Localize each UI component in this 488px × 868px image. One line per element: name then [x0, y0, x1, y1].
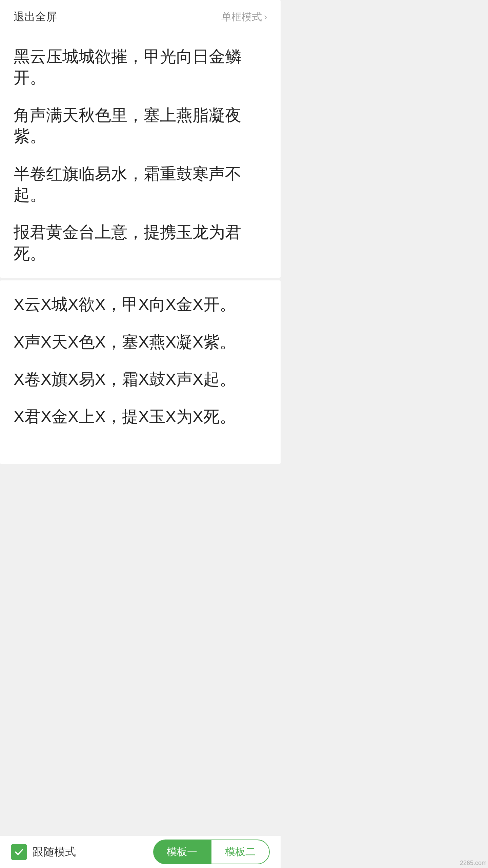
poem-line-1: 黑云压城城欲摧，甲光向日金鳞开。 [14, 46, 267, 88]
bottom-card: X云X城X欲X，甲X向X金X开。 X声X天X色X，塞X燕X凝X紫。 X卷X旗X易… [0, 280, 281, 464]
masked-line-3: X卷X旗X易X，霜X鼓X声X起。 [14, 369, 267, 390]
poem-content: 黑云压城城欲摧，甲光向日金鳞开。 角声满天秋色里，塞上燕脂凝夜紫。 半卷红旗临易… [14, 33, 267, 264]
exit-fullscreen-button[interactable]: 退出全屏 [14, 9, 57, 24]
poem-line-4: 报君黄金台上意，提携玉龙为君死。 [14, 222, 267, 264]
header-bar: 退出全屏 单框模式 › [14, 0, 267, 33]
chevron-right-icon: › [264, 12, 267, 22]
single-frame-mode[interactable]: 单框模式 › [221, 10, 267, 24]
top-card: 退出全屏 单框模式 › 黑云压城城欲摧，甲光向日金鳞开。 角声满天秋色里，塞上燕… [0, 0, 281, 278]
masked-poem-content: X云X城X欲X，甲X向X金X开。 X声X天X色X，塞X燕X凝X紫。 X卷X旗X易… [14, 294, 267, 428]
masked-line-1: X云X城X欲X，甲X向X金X开。 [14, 294, 267, 315]
poem-line-3: 半卷红旗临易水，霜重鼓寒声不起。 [14, 163, 267, 206]
masked-line-2: X声X天X色X，塞X燕X凝X紫。 [14, 332, 267, 353]
single-frame-label: 单框模式 [221, 10, 262, 24]
masked-line-4: X君X金X上X，提X玉X为X死。 [14, 406, 267, 427]
poem-line-2: 角声满天秋色里，塞上燕脂凝夜紫。 [14, 105, 267, 147]
